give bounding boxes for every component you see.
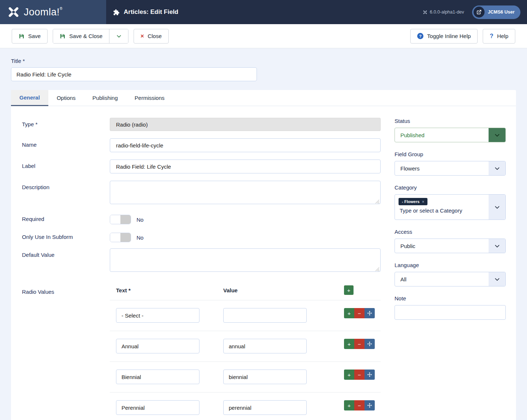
tab-permissions[interactable]: Permissions — [126, 90, 173, 106]
version-indicator: 6.0.0-alpha1-dev — [423, 10, 464, 15]
description-field-row: Description — [22, 181, 382, 205]
help-button[interactable]: ? Help — [483, 29, 515, 44]
joomla-logo-icon — [7, 6, 20, 18]
language-field: Language All — [395, 262, 506, 286]
radio-value-row: + − — [110, 362, 381, 393]
save-close-button[interactable]: Save & Close — [53, 29, 109, 43]
general-tab-panel: Type * Name Label Description — [11, 106, 395, 420]
save-close-label: Save & Close — [69, 33, 102, 39]
external-link-icon — [474, 7, 485, 18]
subform-state: No — [137, 235, 143, 241]
chevron-down-icon — [489, 195, 505, 220]
row-text-input[interactable] — [116, 400, 199, 415]
row-value-input[interactable] — [223, 370, 307, 384]
save-button[interactable]: Save — [12, 29, 48, 44]
toolbar: Save Save & Close × Close — [0, 24, 527, 48]
title-field-block: Title * — [11, 58, 516, 81]
subform-toggle[interactable] — [110, 233, 131, 242]
access-select[interactable]: Public — [395, 239, 506, 253]
row-add-button[interactable]: + — [344, 400, 354, 410]
category-chip-label: - Flowers — [402, 199, 419, 204]
help-label: Help — [497, 33, 508, 39]
field-group-label: Field Group — [395, 151, 506, 157]
category-combobox[interactable]: - Flowers × — [395, 194, 506, 220]
toggle-inline-help-label: Toggle Inline Help — [427, 33, 471, 39]
language-value: All — [395, 272, 489, 286]
description-textarea[interactable] — [110, 181, 381, 204]
required-state: No — [137, 217, 143, 223]
row-text-input[interactable] — [116, 370, 199, 384]
row-value-input[interactable] — [223, 400, 307, 415]
tab-publishing[interactable]: Publishing — [84, 90, 126, 106]
row-move-button[interactable] — [365, 370, 375, 380]
label-field-row: Label — [22, 160, 382, 173]
joomla-mini-icon — [423, 10, 427, 15]
subform-label: Only Use In Subform — [22, 230, 110, 244]
column-header-value: Value — [223, 287, 344, 293]
type-field-row: Type * — [22, 118, 382, 131]
row-value-input[interactable] — [223, 339, 307, 353]
puzzle-icon — [113, 9, 120, 16]
remove-chip-icon[interactable]: × — [422, 200, 424, 204]
row-remove-button[interactable]: − — [354, 308, 365, 318]
language-select[interactable]: All — [395, 272, 506, 286]
app-header: Joomla!® Articles: Edit Field 6.0.0-alph… — [0, 0, 527, 24]
category-chip[interactable]: - Flowers × — [399, 198, 427, 205]
toggle-inline-help-button[interactable]: ? Toggle Inline Help — [410, 29, 478, 44]
row-add-button[interactable]: + — [344, 370, 354, 380]
row-remove-button[interactable]: − — [354, 339, 365, 349]
row-text-input[interactable] — [116, 339, 199, 353]
field-group-select[interactable]: Flowers — [395, 161, 506, 176]
row-move-button[interactable] — [365, 308, 375, 318]
radio-values-table: Text * Value + + − — [110, 285, 381, 420]
label-input[interactable] — [110, 160, 381, 173]
save-icon — [60, 33, 66, 39]
name-field-row: Name — [22, 138, 382, 152]
status-label: Status — [395, 118, 506, 124]
radio-value-row: + − — [110, 393, 381, 420]
question-circle-icon: ? — [417, 33, 423, 39]
status-select[interactable]: Published — [395, 128, 506, 142]
note-input[interactable] — [395, 305, 506, 320]
row-value-input[interactable] — [223, 308, 307, 323]
access-label: Access — [395, 229, 506, 235]
chevron-down-icon — [489, 239, 505, 253]
close-label: Close — [147, 33, 161, 39]
radio-values-row: Radio Values Text * Value + + — [22, 285, 382, 420]
close-button[interactable]: × Close — [134, 29, 169, 44]
row-remove-button[interactable]: − — [354, 400, 365, 410]
row-move-button[interactable] — [365, 339, 375, 349]
required-toggle[interactable] — [110, 215, 131, 224]
note-field: Note — [395, 295, 506, 320]
subform-field-row: Only Use In Subform No — [22, 230, 382, 244]
joomla-brand[interactable]: Joomla!® — [0, 0, 106, 24]
page-title: Articles: Edit Field — [106, 0, 178, 24]
save-close-split-button: Save & Close — [53, 29, 128, 44]
tab-general[interactable]: General — [11, 90, 48, 106]
save-icon — [19, 33, 25, 39]
user-badge-label: JCMS6 User — [488, 10, 515, 15]
required-label: Required — [22, 213, 110, 226]
brand-text: Joomla!® — [24, 7, 63, 18]
row-text-input[interactable] — [116, 308, 199, 323]
category-search-input[interactable] — [399, 207, 481, 214]
default-value-field-row: Default Value — [22, 248, 382, 273]
row-add-button[interactable]: + — [344, 308, 354, 318]
row-add-button[interactable]: + — [344, 339, 354, 349]
radio-value-row: + − — [110, 300, 381, 331]
add-row-button[interactable]: + — [344, 285, 354, 295]
user-menu-button[interactable]: JCMS6 User — [472, 5, 520, 19]
title-input[interactable] — [11, 67, 257, 81]
tab-options[interactable]: Options — [48, 90, 84, 106]
chevron-down-icon — [489, 128, 505, 142]
name-input[interactable] — [110, 138, 381, 152]
status-field: Status Published — [395, 118, 506, 142]
row-remove-button[interactable]: − — [354, 370, 365, 380]
category-label: Category — [395, 184, 506, 191]
row-move-button[interactable] — [365, 400, 375, 410]
note-label: Note — [395, 295, 506, 301]
default-value-textarea[interactable] — [110, 248, 381, 272]
save-options-dropdown-toggle[interactable] — [109, 29, 128, 43]
settings-sidebar: Status Published Field Group Flowers — [395, 106, 506, 420]
category-field: Category - Flowers × — [395, 184, 506, 220]
